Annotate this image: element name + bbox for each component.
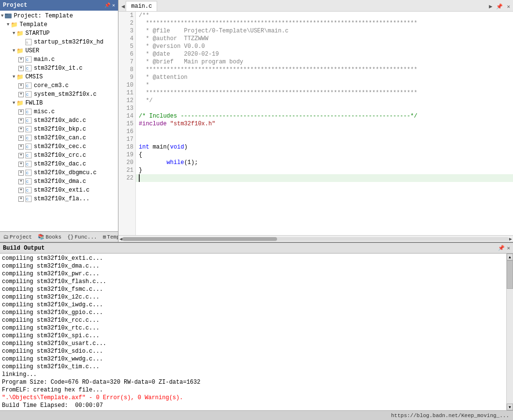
tree-label-stm32f10x_cec: stm32f10x_cec.c — [34, 143, 86, 150]
code-line-13 — [136, 105, 513, 112]
build-pin-icon[interactable]: 📌 — [498, 245, 505, 251]
tree-item-fwlib[interactable]: ▼📁FWLIB — [0, 99, 118, 107]
tree-item-startup[interactable]: ▼📁STARTUP — [0, 29, 118, 38]
editor-close-icon[interactable]: ✕ — [506, 2, 511, 11]
project-tab-project[interactable]: 🗂 Project — [1, 233, 34, 241]
pin-icon[interactable]: 📌 — [104, 2, 110, 8]
editor-content[interactable]: 12345678910111213141516171819202122 /** … — [118, 12, 513, 235]
expander-box[interactable]: + — [18, 144, 24, 150]
svg-text:C: C — [26, 58, 29, 61]
tree-item-user[interactable]: ▼📁USER — [0, 46, 118, 55]
expander-box[interactable]: + — [18, 118, 24, 123]
tree-item-core_cm3[interactable]: + C core_cm3.c — [0, 81, 118, 90]
tree-item-stm32f10x_can[interactable]: + C stm32f10x_can.c — [0, 134, 118, 142]
tree-item-main_c[interactable]: + C main.c — [0, 55, 118, 64]
file-c-icon-stm32f10x_dbgmcu: C — [25, 169, 32, 177]
build-line: compiling stm32f10x_sdio.c... — [2, 347, 504, 355]
line-number-5: 5 — [118, 43, 135, 50]
tree-item-stm32f10x_crc[interactable]: + C stm32f10x_crc.c — [0, 151, 118, 160]
panel-header-icons: 📌 ✕ — [104, 2, 115, 8]
tree-item-stm32f10x_dbgmcu[interactable]: + C stm32f10x_dbgmcu.c — [0, 168, 118, 177]
expander-box[interactable]: + — [18, 57, 24, 62]
tree-item-stm32f10x_it[interactable]: + C stm32f10x_it.c — [0, 64, 118, 73]
build-line: compiling stm32f10x_gpio.c... — [2, 309, 504, 316]
file-c-icon-misc: C — [25, 108, 32, 116]
expander-box[interactable]: + — [18, 127, 24, 132]
tree-label-stm32f10x_bkp: stm32f10x_bkp.c — [34, 126, 86, 133]
code-lines[interactable]: /** ************************************… — [136, 12, 513, 235]
expander-box[interactable]: + — [18, 153, 24, 158]
build-panel-title: Build Output — [3, 245, 44, 252]
func-tab-icon: {} — [67, 234, 73, 240]
line-number-2: 2 — [118, 19, 135, 27]
close-panel-icon[interactable]: ✕ — [112, 2, 115, 8]
v-scroll-down[interactable]: ▼ — [507, 404, 513, 410]
tree-item-misc[interactable]: + C misc.c — [0, 107, 118, 116]
code-line-9: * @attention — [136, 74, 513, 81]
scrollbar-thumb — [122, 237, 277, 241]
v-scroll-up[interactable]: ▲ — [507, 254, 513, 260]
expander-arrow[interactable]: ▼ — [7, 22, 9, 27]
editor-scrollbar-h[interactable]: ◀ ▶ — [118, 235, 513, 242]
tree-item-stm32f10x_dac[interactable]: + C stm32f10x_dac.c — [0, 160, 118, 168]
build-scrollbar-v[interactable]: ▲ ▼ — [506, 254, 513, 410]
tree-item-stm32f10x_dma[interactable]: + C stm32f10x_dma.c — [0, 177, 118, 186]
expander-arrow[interactable]: ▼ — [13, 31, 15, 36]
tree-item-stm32f10x_bkp[interactable]: + C stm32f10x_bkp.c — [0, 125, 118, 134]
line-number-12: 12 — [118, 97, 135, 105]
tree-item-stm32f10x_exti[interactable]: + C stm32f10x_exti.c — [0, 186, 118, 195]
line-number-4: 4 — [118, 35, 135, 43]
build-output[interactable]: compiling stm32f10x_exti.c...compiling s… — [0, 254, 506, 410]
code-line-20: while(1); — [136, 159, 513, 166]
editor-pin-icon[interactable]: 📌 — [495, 2, 504, 11]
code-line-12: */ — [136, 97, 513, 105]
project-tree[interactable]: ▼ Project: Template▼📁Template▼📁STARTUP S… — [0, 11, 118, 231]
file-c-icon-stm32f10x_dma: C — [25, 178, 32, 185]
expander-box[interactable]: + — [18, 135, 24, 141]
expander-box[interactable]: + — [18, 196, 24, 202]
expander-box[interactable]: + — [18, 109, 24, 115]
project-tab-temp[interactable]: ⊞ Temp... — [101, 233, 118, 241]
expander-box[interactable]: + — [18, 83, 24, 89]
build-line: compiling stm32f10x_pwr.c... — [2, 270, 504, 278]
expander-box[interactable]: + — [18, 170, 24, 176]
file-c-icon-system_stm32: C — [25, 90, 32, 98]
svg-text:C: C — [26, 197, 29, 201]
expander-arrow[interactable]: ▼ — [13, 48, 15, 53]
temp-tab-label: Temp... — [107, 234, 118, 240]
editor-tab-main[interactable]: main.c — [126, 1, 157, 11]
file-c-icon-stm32f10x_crc: C — [25, 151, 32, 159]
file-c-icon-stm32f10x_can: C — [25, 134, 32, 142]
expander-box[interactable]: + — [18, 179, 24, 184]
tree-item-template[interactable]: ▼📁Template — [0, 20, 118, 29]
build-close-icon[interactable]: ✕ — [507, 245, 510, 251]
line-number-22: 22 — [118, 174, 135, 182]
build-line: compiling stm32f10x_tim.c... — [2, 363, 504, 371]
code-line-7: * @brief Main program body — [136, 58, 513, 66]
project-tab-books[interactable]: 📚 Books — [35, 233, 64, 241]
code-line-8: ****************************************… — [136, 66, 513, 74]
line-numbers: 12345678910111213141516171819202122 — [118, 12, 136, 235]
expander-arrow[interactable]: ▼ — [1, 14, 3, 18]
tree-item-startup_file[interactable]: S startup_stm32f10x_hd — [0, 38, 118, 46]
expander-box[interactable]: + — [18, 188, 24, 193]
tree-item-project-root[interactable]: ▼ Project: Template — [0, 12, 118, 20]
expander-arrow[interactable]: ▼ — [13, 101, 15, 105]
expander-box[interactable]: + — [18, 162, 24, 167]
code-line-17 — [136, 135, 513, 143]
expander-box[interactable]: + — [18, 66, 24, 71]
tree-item-cmsis[interactable]: ▼📁CMSIS — [0, 73, 118, 81]
file-c-icon-stm32f10x_cec: C — [25, 143, 32, 150]
h-scroll-right[interactable]: ▶ — [509, 236, 512, 242]
tree-item-stm32f10x_adc[interactable]: + C stm32f10x_adc.c — [0, 116, 118, 125]
project-tab-func[interactable]: {} Func... — [65, 233, 99, 241]
scroll-left-icon[interactable]: ◀ — [120, 2, 126, 11]
tree-item-stm32f10x_flash[interactable]: + C stm32f10x_fla... — [0, 195, 118, 203]
expander-box[interactable]: + — [18, 92, 24, 97]
expander-arrow[interactable]: ▼ — [13, 75, 15, 79]
tree-label-stm32f10x_can: stm32f10x_can.c — [34, 135, 86, 141]
scroll-right-icon[interactable]: ▶ — [488, 2, 493, 11]
svg-text:C: C — [26, 119, 29, 122]
tree-item-system_stm32[interactable]: + C system_stm32f10x.c — [0, 90, 118, 99]
tree-item-stm32f10x_cec[interactable]: + C stm32f10x_cec.c — [0, 142, 118, 151]
